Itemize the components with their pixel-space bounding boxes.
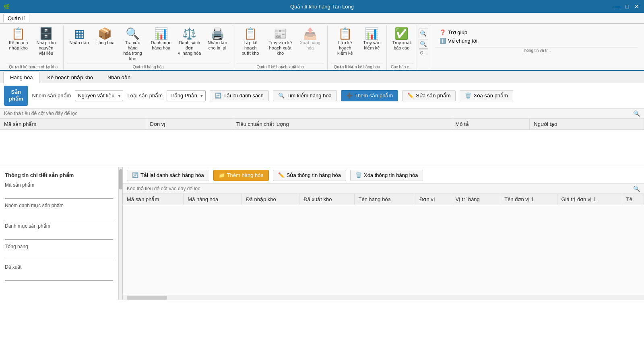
detail-field-label-nhom: Nhóm danh mục sản phẩm — [5, 203, 113, 208]
filter-input[interactable] — [4, 111, 633, 116]
ribbon-btn-label-xuat-hang-hoa: Xuất hàng hóa — [298, 40, 322, 51]
detail-input-tong-hang[interactable] — [5, 251, 113, 260]
ribbon-group-bao-cao: ✅ Truy xuấtbáo cáo Các báo c... — [387, 25, 417, 70]
ribbon-btn-label-danh-muc: Danh mụchàng hóa — [151, 40, 171, 51]
reload-label: Tải lại danh sách — [223, 93, 264, 99]
right-filter-bar: 🔍 — [123, 184, 644, 194]
col-don-vi: Đơn vị — [146, 119, 232, 130]
filter-bar: 🔍 — [0, 109, 644, 119]
right-col-ma-hang-hoa: Mã hàng hóa — [184, 194, 242, 205]
detail-field-ma-san-pham: Mã sản phẩm — [5, 182, 113, 199]
nhom-san-pham-select[interactable]: Nguyên vật liệu — [75, 90, 123, 101]
ribbon-group-buttons-5: ✅ Truy xuấtbáo cáo — [390, 27, 413, 63]
close-button[interactable]: ✕ — [633, 2, 641, 10]
product-icon: 📦 — [98, 28, 112, 39]
loai-san-pham-select[interactable]: Trắng Phấn — [167, 90, 206, 101]
ribbon-btn-ke-hoach-nhap-kho[interactable]: 📋 Kê hoạchnhập kho — [6, 27, 30, 52]
small-search-btn-2[interactable]: 🔍 — [419, 39, 428, 49]
database-icon: 🗄️ — [39, 28, 53, 39]
folder-icon: 📁 — [219, 172, 225, 178]
detail-input-ma[interactable] — [5, 189, 113, 199]
small-search-btn-1[interactable]: 🔍 — [419, 29, 428, 38]
nhom-san-pham-label: Nhóm sản phẩm — [32, 93, 71, 99]
detail-panel-wrapper: Thông tin chi tiết sản phẩm Mã sản phẩm … — [0, 167, 123, 300]
right-col-vi-tri-hang: Vị trí hàng — [451, 194, 500, 205]
ribbon-group-buttons-3: 📋 Lập kê hoạchxuất kho 📰 Truy vấn kêhoạc… — [236, 27, 324, 63]
ribbon-btn-xuat-hang-hoa[interactable]: 📤 Xuất hàng hóa — [296, 27, 324, 52]
report-icon: ✅ — [394, 28, 409, 39]
ribbon-btn-label-nhap-kho: Nhập kho nguyênvật liêu — [34, 40, 58, 56]
delete-icon: 🗑️ — [465, 93, 471, 99]
ribbon-btn-label-tra-cuu: Tra cứu hànghóa trong kho — [121, 40, 144, 62]
reload-hanghoa-button[interactable]: 🔄 Tải lại danh sách hàng hóa — [127, 170, 209, 181]
add-hanghoa-label: Thêm hàng hóa — [227, 172, 264, 178]
search-button[interactable]: 🔍 Tìm kiếm hàng hóa — [273, 90, 337, 101]
ribbon-btn-label-bao-cao: Truy xuấtbáo cáo — [392, 40, 411, 51]
title-bar: 🌿 Quản lí kho hàng Tân Long — □ ✕ — [0, 0, 644, 13]
ribbon-btn-label-don-vi: Danh sách đơnvị hàng hóa — [178, 40, 201, 56]
detail-field-label-ma: Mã sản phẩm — [5, 182, 113, 188]
scrollbar-thumb — [127, 296, 167, 300]
ribbon-group-label-1: Quản lí kê hoạch nhập kho — [6, 64, 60, 69]
ribbon-btn-label-truy-van-xuat: Truy vấn kêhoạch xuất kho — [268, 40, 292, 56]
add-product-button[interactable]: ➕ Thêm sản phẩm — [341, 90, 398, 101]
ribbon-btn-danh-muc[interactable]: 📊 Danh mụchàng hóa — [149, 27, 174, 52]
ribbon-btn-lap-ke-hoach-xuat[interactable]: 📋 Lập kê hoạchxuất kho — [236, 27, 264, 58]
help-item-ve-chung-toi[interactable]: ℹ️ Về chúng tôi — [438, 37, 479, 45]
ribbon-btn-nhan-dan[interactable]: ▦ Nhân dấn — [67, 27, 91, 47]
reload-icon: 🔄 — [215, 93, 221, 99]
edit-hanghoa-icon: ✏️ — [278, 172, 285, 178]
detail-scrollbar[interactable] — [118, 167, 122, 300]
ribbon-btn-nhap-kho-nvl[interactable]: 🗄️ Nhập kho nguyênvật liêu — [32, 27, 60, 58]
ribbon-btn-don-vi[interactable]: ⚖️ Danh sách đơnvị hàng hóa — [175, 27, 204, 58]
question-icon: ❓ — [440, 29, 446, 35]
menu-item-quanli[interactable]: Quản lí — [3, 14, 29, 23]
detail-scrollbar-thumb — [119, 169, 122, 189]
ribbon-btn-truy-van-kiem-ke[interactable]: 📊 Truy vấnkiểm kê — [361, 27, 383, 52]
ribbon-group-help: ❓ Trợ giúp ℹ️ Về chúng tôi Thông tin và … — [430, 25, 641, 70]
help-item-tro-giup[interactable]: ❓ Trợ giúp — [438, 29, 479, 36]
ribbon-btn-label-nhan-dan: Nhân dấn — [69, 40, 89, 45]
maximize-button[interactable]: □ — [623, 2, 631, 10]
search-icon-ribbon: 🔍 — [126, 28, 140, 39]
detail-input-nhom[interactable] — [5, 210, 113, 219]
ribbon-btn-tra-cuu[interactable]: 🔍 Tra cứu hànghóa trong kho — [119, 27, 147, 63]
filter-search-icon: 🔍 — [633, 110, 640, 117]
right-col-don-vi: Đơn vị — [415, 194, 451, 205]
chart-icon: 📊 — [154, 28, 168, 39]
delete-product-button[interactable]: 🗑️ Xóa sản phẩm — [460, 90, 513, 101]
add-hanghoa-button[interactable]: 📁 Thêm hàng hóa — [213, 170, 269, 181]
right-toolbar: 🔄 Tải lại danh sách hàng hóa 📁 Thêm hàng… — [123, 167, 644, 184]
ribbon-group-buttons-1: 📋 Kê hoạchnhập kho 🗄️ Nhập kho nguyênvật… — [6, 27, 60, 63]
help-section: ❓ Trợ giúp ℹ️ Về chúng tôi — [435, 27, 482, 46]
tab-hang-hoa[interactable]: Hàng hóa — [3, 72, 39, 83]
right-table-wrapper: Mã sản phẩm Mã hàng hóa Đã nhập kho Đã x… — [123, 194, 644, 300]
san-pham-label: Sản phẩm — [4, 86, 28, 106]
delete-hanghoa-button[interactable]: 🗑️ Xóa thông tin hàng hóa — [350, 170, 423, 181]
detail-input-da-xuat[interactable] — [5, 271, 113, 281]
detail-field-da-xuat: Đã xuất — [5, 264, 113, 281]
col-ma-san-pham: Mã sản phẩm — [0, 119, 146, 130]
tab-ke-hoach-nhap-kho[interactable]: Kê hoạch nhập kho — [40, 72, 100, 83]
right-col-ten-don-vi-1: Tên đơn vị 1 — [500, 194, 557, 205]
tab-nhan-dan[interactable]: Nhân dấn — [101, 72, 137, 83]
reload-button[interactable]: 🔄 Tải lại danh sách — [210, 90, 269, 101]
app-title: Quản lí kho hàng Tân Long — [290, 4, 354, 10]
ribbon-btn-in-lai[interactable]: 🖨️ Nhân dấncho in lại — [205, 27, 230, 52]
detail-input-danh-muc[interactable] — [5, 230, 113, 240]
ribbon-btn-truy-van-xuat[interactable]: 📰 Truy vấn kêhoạch xuất kho — [266, 27, 294, 58]
edit-hanghoa-button[interactable]: ✏️ Sửa thông tin hàng hóa — [273, 170, 346, 181]
add-icon: ➕ — [346, 93, 353, 99]
ribbon-btn-label-in-lai: Nhân dấncho in lại — [208, 40, 227, 51]
ribbon-btn-hang-hoa[interactable]: 📦 Hàng hóa — [93, 27, 117, 47]
ribbon-group-ke-hoach-nhap-kho: 📋 Kê hoạchnhập kho 🗄️ Nhập kho nguyênvật… — [3, 25, 64, 70]
bottom-panel: Thông tin chi tiết sản phẩm Mã sản phẩm … — [0, 167, 644, 300]
right-filter-input[interactable] — [127, 186, 633, 191]
ribbon-btn-truy-xuat-bao-cao[interactable]: ✅ Truy xuấtbáo cáo — [390, 27, 413, 52]
minimize-button[interactable]: — — [613, 2, 621, 10]
audit-plan-icon: 📋 — [338, 28, 352, 39]
ribbon-btn-lap-ke-hoach-kiem-ke[interactable]: 📋 Lập kê hoạchkiểm kê — [331, 27, 359, 58]
edit-icon: ✏️ — [407, 93, 414, 99]
edit-product-button[interactable]: ✏️ Sửa sản phẩm — [402, 90, 456, 101]
horizontal-scrollbar[interactable] — [123, 295, 644, 300]
